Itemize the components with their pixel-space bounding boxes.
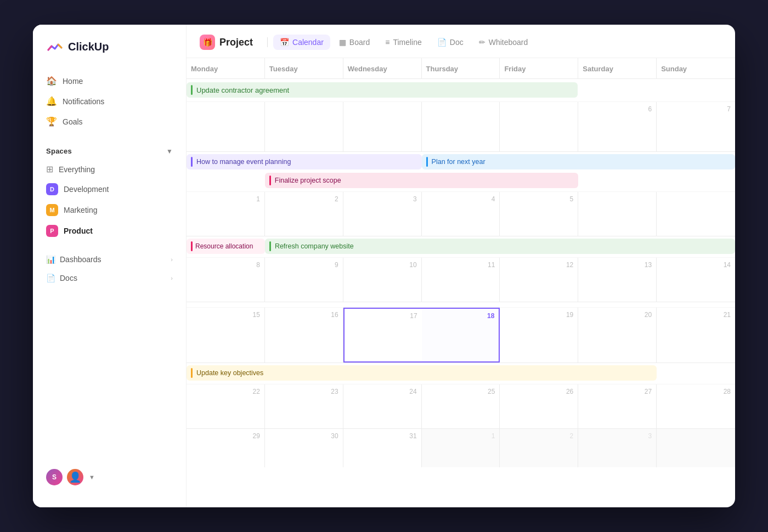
- space-item-marketing[interactable]: M Marketing: [39, 200, 179, 220]
- week-3-cell-2-selected[interactable]: 17: [343, 308, 422, 363]
- event-contractor-label: Update contractor agreement: [196, 86, 289, 94]
- event-update-contractor[interactable]: Update contractor agreement: [187, 82, 578, 98]
- week-2-cell-5[interactable]: 13: [578, 258, 657, 302]
- user-avatar-2[interactable]: 👤: [67, 469, 83, 485]
- week-3-cell-4[interactable]: 19: [500, 308, 578, 363]
- week-1-cell-0[interactable]: 1: [187, 192, 265, 236]
- product-dot: P: [46, 225, 58, 237]
- week-2-cell-6[interactable]: 14: [657, 258, 735, 302]
- week-0-cell-0[interactable]: [187, 102, 265, 151]
- week-4-cell-5[interactable]: 27: [578, 384, 657, 428]
- tab-timeline[interactable]: ≡ Timeline: [379, 35, 428, 50]
- event-refresh-website[interactable]: Refresh company website: [265, 239, 735, 254]
- week-1-cell-2[interactable]: 3: [343, 192, 422, 236]
- week-3-cell-5[interactable]: 20: [578, 308, 657, 363]
- today-date-num: 18: [426, 312, 495, 320]
- week-5-cell-2[interactable]: 31: [343, 429, 422, 467]
- week-0-cell-4[interactable]: [500, 102, 578, 151]
- day-header-thursday: Thursday: [422, 58, 500, 78]
- docs-icon: 📄: [46, 274, 55, 282]
- spaces-chevron-icon: ▼: [166, 148, 173, 155]
- spaces-section-header[interactable]: Spaces ▼: [33, 143, 186, 160]
- week-0-events: Update contractor agreement: [187, 79, 735, 102]
- week-5-cell-6[interactable]: [657, 429, 735, 467]
- week-1-cell-1[interactable]: 2: [265, 192, 343, 236]
- bell-icon: 🔔: [46, 96, 57, 106]
- week-3-cell-3-today[interactable]: 18: [422, 308, 500, 363]
- event-bar-finalize: [269, 176, 271, 185]
- calendar-area[interactable]: Monday Tuesday Wednesday Thursday Friday…: [187, 58, 735, 507]
- project-title-area: 🎁 Project: [200, 35, 253, 50]
- week-1-cell-4[interactable]: 5: [500, 192, 578, 236]
- space-item-product[interactable]: P Product: [39, 220, 179, 241]
- board-tab-label: Board: [349, 38, 370, 47]
- tab-calendar[interactable]: 📅 Calendar: [273, 35, 330, 50]
- week-2-cell-1[interactable]: 9: [265, 258, 343, 302]
- week-0-cell-3[interactable]: [422, 102, 500, 151]
- tab-whiteboard[interactable]: ✏ Whiteboard: [472, 35, 535, 50]
- day-header-friday: Friday: [500, 58, 578, 78]
- week-5-cell-4[interactable]: 2: [500, 429, 578, 467]
- nav-goals[interactable]: 🏆 Goals: [39, 111, 179, 132]
- trophy-icon: 🏆: [46, 116, 57, 127]
- project-title: Project: [219, 37, 253, 48]
- calendar-header: Monday Tuesday Wednesday Thursday Friday…: [187, 58, 735, 79]
- week-0: Update contractor agreement 6 7: [187, 79, 735, 152]
- sidebar-item-docs[interactable]: 📄 Docs ›: [39, 269, 179, 287]
- week-0-cell-2[interactable]: [343, 102, 422, 151]
- week-3-cell-1[interactable]: 16: [265, 308, 343, 363]
- event-bar-refresh: [269, 241, 271, 251]
- week-3-cell-6[interactable]: 21: [657, 308, 735, 363]
- week-1-cell-3[interactable]: 4: [422, 192, 500, 236]
- week-5-cell-1[interactable]: 30: [265, 429, 343, 467]
- week-4-cell-4[interactable]: 26: [500, 384, 578, 428]
- tab-doc[interactable]: 📄 Doc: [431, 35, 470, 50]
- week-4-cell-6[interactable]: 28: [657, 384, 735, 428]
- week-2-cell-3[interactable]: 11: [422, 258, 500, 302]
- space-item-development[interactable]: D Development: [39, 179, 179, 200]
- event-finalize-label: Finalize project scope: [275, 177, 341, 184]
- event-update-objectives[interactable]: Update key objectives: [187, 365, 657, 381]
- event-finalize-scope[interactable]: Finalize project scope: [265, 173, 578, 188]
- week-4-events: Update key objectives: [187, 363, 735, 384]
- app-name: ClickUp: [68, 41, 109, 53]
- tab-board[interactable]: ▦ Board: [332, 35, 376, 50]
- development-dot: D: [46, 183, 58, 195]
- week-2-cell-0[interactable]: 8: [187, 258, 265, 302]
- week-2-cell-4[interactable]: 12: [500, 258, 578, 302]
- space-item-everything[interactable]: ⊞ Everything: [39, 160, 179, 179]
- day-header-tuesday: Tuesday: [265, 58, 343, 78]
- week-0-cell-6[interactable]: 7: [657, 102, 735, 151]
- week-4-cell-0[interactable]: 22: [187, 384, 265, 428]
- week-4-cell-3[interactable]: 25: [422, 384, 500, 428]
- week-5-cell-5[interactable]: 3: [578, 429, 657, 467]
- sidebar-item-dashboards[interactable]: 📊 Dashboards ›: [39, 250, 179, 269]
- week-1-event-row2: Finalize project scope: [187, 173, 735, 189]
- week-2-cell-2[interactable]: 10: [343, 258, 422, 302]
- sidebar-sections: 📊 Dashboards › 📄 Docs ›: [33, 250, 186, 287]
- event-resource-allocation[interactable]: Resource allocation: [187, 239, 265, 254]
- event-manage-planning[interactable]: How to manage event planning: [187, 154, 422, 169]
- week-1-cell-6[interactable]: [657, 192, 735, 236]
- week-1: How to manage event planning Plan for ne…: [187, 152, 735, 236]
- week-4-event-row1: Update key objectives: [187, 365, 735, 382]
- dashboards-chevron-icon: ›: [171, 256, 173, 263]
- week-4-cell-2[interactable]: 24: [343, 384, 422, 428]
- week-2-event-row1: Resource allocation Refresh company webs…: [187, 239, 735, 255]
- user-avatar-1[interactable]: S: [46, 469, 63, 485]
- week-1-cell-5[interactable]: [578, 192, 657, 236]
- week-3-cell-0[interactable]: 15: [187, 308, 265, 363]
- user-initials: S: [52, 473, 57, 481]
- event-plan-next-year[interactable]: Plan for next year: [422, 154, 735, 169]
- week-3-events: [187, 302, 735, 308]
- week-0-cell-1[interactable]: [265, 102, 343, 151]
- week-4-cell-1[interactable]: 23: [265, 384, 343, 428]
- week-5-cell-0[interactable]: 29: [187, 429, 265, 467]
- event-bar-resource: [191, 241, 193, 251]
- logo-area: ClickUp: [33, 38, 186, 71]
- week-5-cell-3[interactable]: 1: [422, 429, 500, 467]
- week-0-cell-5[interactable]: 6: [578, 102, 657, 151]
- main-nav: 🏠 Home 🔔 Notifications 🏆 Goals: [33, 71, 186, 132]
- nav-notifications[interactable]: 🔔 Notifications: [39, 91, 179, 111]
- nav-home[interactable]: 🏠 Home: [39, 71, 179, 91]
